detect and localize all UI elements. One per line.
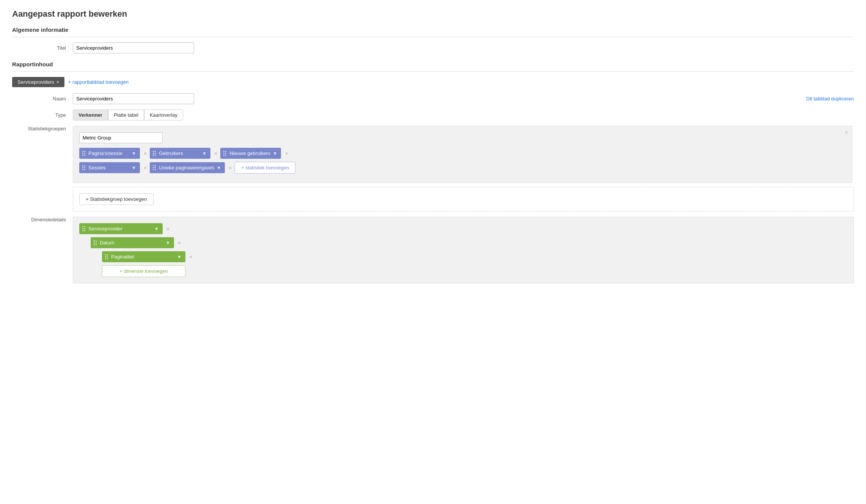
drag-icon-unieke-paginaweergaves	[153, 165, 156, 170]
chip-label-sessies: Sessies	[88, 165, 106, 171]
chips-row-2: Sessies ▼ × Unieke paginaweergaves ▼ × +…	[79, 162, 846, 174]
drag-icon-serviceprovider	[82, 226, 85, 231]
type-label: Type	[12, 112, 73, 118]
rapportinhoud-heading: Rapportinhoud	[12, 61, 854, 67]
rapportinhoud-section: Rapportinhoud Serviceproviders × + rappo…	[12, 61, 854, 283]
dim-chip-row-2: Datum ▼ ×	[79, 237, 847, 248]
stats-label: Statistiekgroepen	[12, 126, 73, 131]
divider-general	[12, 37, 854, 37]
chip-nieuwe-gebruikers[interactable]: Nieuwe gebruikers ▼	[220, 148, 281, 159]
drag-icon-paginatitel	[105, 254, 108, 259]
chip-pages-session[interactable]: Pagina's/sessie ▼	[79, 148, 140, 159]
name-row: Naam Dit tabblad dupliceren	[12, 93, 854, 104]
title-label: Titel	[12, 45, 73, 51]
drag-icon-pages-session	[82, 151, 85, 156]
dropdown-icon-paginatitel[interactable]: ▼	[177, 254, 182, 260]
chip-sessies[interactable]: Sessies ▼	[79, 162, 140, 173]
drag-icon-gebruikers	[153, 151, 156, 156]
dim-chip-close-serviceprovider[interactable]: ×	[166, 226, 169, 232]
dim-chip-row-1: Serviceprovider ▼ ×	[79, 223, 847, 234]
add-statistiek-label: + statistiek toevoegen	[241, 165, 289, 171]
type-btn-platte-tabel[interactable]: Platte tabel	[108, 110, 144, 121]
page-title: Aangepast rapport bewerken	[12, 9, 854, 19]
dim-chip-label-datum: Datum	[100, 240, 114, 246]
drag-icon-nieuwe-gebruikers	[223, 151, 226, 156]
chip-close-gebruikers[interactable]: ×	[214, 150, 217, 157]
add-dimensie-row: + dimensie toevoegen	[79, 265, 847, 277]
chip-unieke-paginaweergaves[interactable]: Unieke paginaweergaves ▼	[150, 162, 225, 173]
dim-chip-paginatitel[interactable]: Paginatitel ▼	[102, 251, 185, 262]
name-row-inner: Dit tabblad dupliceren	[73, 93, 854, 104]
chip-close-unieke-paginaweergaves[interactable]: ×	[229, 165, 232, 171]
tab-close-btn[interactable]: ×	[56, 80, 59, 85]
dim-chip-close-paginatitel[interactable]: ×	[189, 254, 192, 260]
chip-label-unieke-paginaweergaves: Unieke paginaweergaves	[159, 165, 214, 171]
drag-icon-datum	[94, 240, 97, 245]
metric-group-input[interactable]	[79, 132, 163, 143]
add-dimensie-btn[interactable]: + dimensie toevoegen	[102, 265, 185, 277]
add-stats-group-btn[interactable]: + Statistiekgroep toevoegen	[79, 193, 154, 205]
add-dimensie-label: + dimensie toevoegen	[119, 268, 168, 274]
stats-box: × Pagina's/sessie ▼ × Geb	[73, 126, 852, 183]
tabs-row: Serviceproviders × + rapporttabblad toev…	[12, 77, 854, 87]
stats-row: Statistiekgroepen × Pagina's/sessie ▼ ×	[12, 126, 854, 183]
chip-label-pages-session: Pagina's/sessie	[88, 150, 122, 156]
dim-chip-datum[interactable]: Datum ▼	[91, 237, 174, 248]
duplicate-link[interactable]: Dit tabblad dupliceren	[806, 96, 854, 102]
tab-label: Serviceproviders	[17, 79, 54, 85]
dimensions-row: Dimensiedetails Serviceprovider ▼ ×	[12, 217, 854, 283]
dropdown-icon-serviceprovider[interactable]: ▼	[154, 226, 159, 232]
chip-gebruikers[interactable]: Gebruikers ▼	[150, 148, 210, 159]
dim-chip-serviceprovider[interactable]: Serviceprovider ▼	[79, 223, 163, 234]
divider-report	[12, 71, 854, 72]
chip-label-gebruikers: Gebruikers	[159, 150, 183, 156]
chip-close-pages-session[interactable]: ×	[144, 150, 147, 157]
chip-close-nieuwe-gebruikers[interactable]: ×	[285, 150, 288, 157]
type-btn-verkenner[interactable]: Verkenner	[73, 110, 108, 121]
stats-close-btn[interactable]: ×	[845, 129, 848, 136]
add-statistiek-btn[interactable]: + statistiek toevoegen	[235, 162, 295, 174]
dim-chip-label-paginatitel: Paginatitel	[111, 254, 134, 260]
dropdown-icon-pages-session[interactable]: ▼	[132, 151, 136, 156]
add-tab-link[interactable]: + rapporttabblad toevoegen	[68, 79, 129, 85]
name-input[interactable]	[73, 93, 194, 104]
dropdown-icon-gebruikers[interactable]: ▼	[202, 151, 207, 156]
dropdown-icon-unieke-paginaweergaves[interactable]: ▼	[216, 165, 221, 171]
dim-chip-row-3: Paginatitel ▼ ×	[79, 251, 847, 262]
add-stats-container: + Statistiekgroep toevoegen	[73, 187, 854, 211]
type-row: Type Verkenner Platte tabel Kaartoverlay	[12, 110, 854, 121]
dropdown-icon-nieuwe-gebruikers[interactable]: ▼	[273, 151, 277, 156]
name-label: Naam	[12, 96, 73, 102]
dimensions-label: Dimensiedetails	[12, 217, 73, 222]
chip-close-sessies[interactable]: ×	[144, 165, 147, 171]
type-btn-kaartoverlay[interactable]: Kaartoverlay	[144, 110, 183, 121]
chip-label-nieuwe-gebruikers: Nieuwe gebruikers	[229, 150, 270, 156]
dropdown-icon-datum[interactable]: ▼	[166, 240, 170, 246]
title-row: Titel	[12, 42, 854, 53]
drag-icon-sessies	[82, 165, 85, 170]
active-tab[interactable]: Serviceproviders ×	[12, 77, 64, 87]
dim-box: Serviceprovider ▼ × Datum ▼ ×	[73, 217, 854, 283]
general-info-heading: Algemene informatie	[12, 27, 854, 33]
title-input[interactable]	[73, 42, 194, 53]
type-buttons: Verkenner Platte tabel Kaartoverlay	[73, 110, 183, 121]
dim-chip-close-datum[interactable]: ×	[178, 240, 181, 246]
dropdown-icon-sessies[interactable]: ▼	[132, 165, 136, 171]
chips-row-1: Pagina's/sessie ▼ × Gebruikers ▼ ×	[79, 148, 846, 159]
dim-chip-label-serviceprovider: Serviceprovider	[88, 226, 122, 232]
